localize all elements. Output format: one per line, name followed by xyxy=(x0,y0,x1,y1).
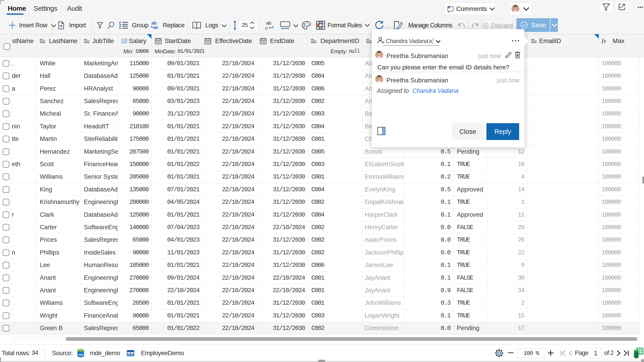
svg-text:123: 123 xyxy=(121,38,127,42)
svg-text:c: c xyxy=(265,25,268,30)
svg-text:ab: ab xyxy=(266,21,271,26)
svg-text:ac: ac xyxy=(154,25,158,30)
svg-text:SQL: SQL xyxy=(78,353,83,356)
